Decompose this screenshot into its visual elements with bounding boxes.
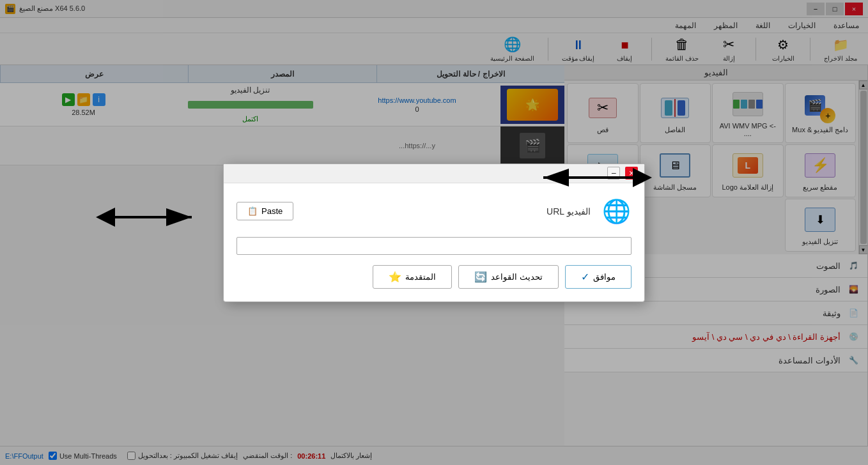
update-icon: 🔄 (474, 271, 487, 283)
paste-icon: 📋 (247, 206, 258, 216)
modal-header-row: 🌐 الفيديو URL 📋 Paste (236, 196, 632, 227)
ok-label: موافق (593, 272, 616, 282)
update-label: تحديث القواعد (491, 272, 543, 282)
paste-label: Paste (261, 206, 283, 216)
globe-icon: 🌐 (601, 196, 632, 227)
advanced-label: المتقدمة (405, 272, 436, 282)
modal-overlay: − × 🌐 الفيديو URL 📋 Paste ⭐ المتقدمة (0, 0, 868, 465)
advanced-button[interactable]: ⭐ المتقدمة (373, 265, 452, 289)
modal-title-bar: − × (224, 164, 644, 183)
modal-body: 🌐 الفيديو URL 📋 Paste ⭐ المتقدمة 🔄 تحديث… (224, 183, 644, 301)
ok-button[interactable]: ✓ موافق (565, 265, 632, 289)
url-input[interactable] (236, 237, 632, 255)
update-rules-button[interactable]: 🔄 تحديث القواعد (458, 265, 559, 289)
paste-button[interactable]: 📋 Paste (236, 202, 293, 220)
modal-url-label: الفيديو URL (304, 206, 591, 217)
modal-close-button[interactable]: × (625, 167, 638, 179)
modal-footer: ⭐ المتقدمة 🔄 تحديث القواعد ✓ موافق (236, 265, 632, 289)
modal-dialog: − × 🌐 الفيديو URL 📋 Paste ⭐ المتقدمة (223, 164, 645, 302)
ok-icon: ✓ (581, 271, 589, 283)
advanced-icon: ⭐ (389, 271, 401, 283)
modal-minimize-button[interactable]: − (607, 167, 620, 179)
